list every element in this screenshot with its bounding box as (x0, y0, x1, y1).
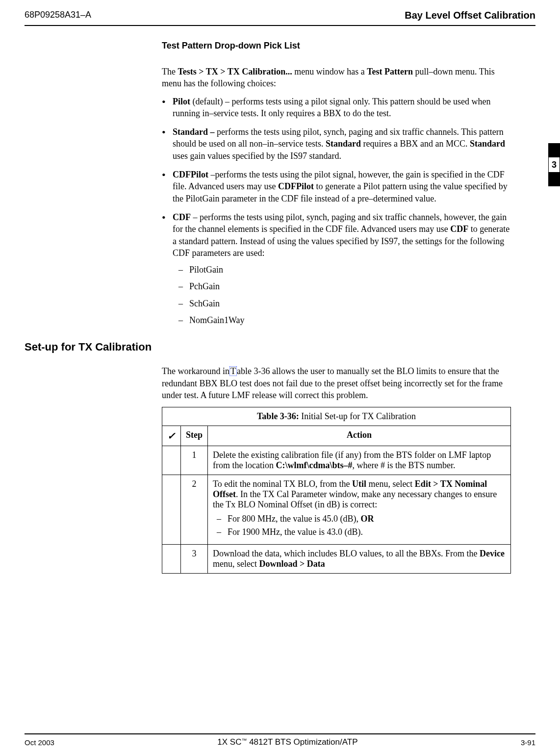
emphasis: CDF (450, 224, 468, 234)
table-number: Table 3-36: (257, 411, 299, 421)
text: menu window has a (292, 67, 367, 76)
footer-row: Oct 2003 1X SC™ 4812T BTS Optimization/A… (25, 737, 535, 747)
table-container: Table 3-36: Initial Set-up for TX Calibr… (162, 407, 511, 574)
list-item: For 1900 MHz, the value is 43.0 (dB). (213, 527, 506, 537)
page-title: Bay Level Offset Calibration (405, 10, 535, 21)
check-cell (162, 446, 181, 475)
emphasis: CDFPilot (278, 181, 314, 191)
emphasis: Standard (326, 139, 361, 149)
list-item: NomGain1Way (175, 314, 511, 326)
tab-top-marker (548, 143, 560, 157)
text: Download the data, which includes BLO va… (213, 549, 480, 558)
table-caption-row: Table 3-36: Initial Set-up for TX Calibr… (162, 407, 511, 426)
intro-paragraph: The Tests > TX > TX Calibration... menu … (162, 66, 511, 90)
page-number: 3-91 (521, 738, 535, 747)
list-item: Standard – performs the tests using pilo… (162, 126, 511, 162)
text: The (162, 67, 178, 76)
action-header: Action (208, 426, 511, 446)
setup-table: Table 3-36: Initial Set-up for TX Calibr… (162, 407, 511, 574)
menu-name: Util (352, 479, 366, 489)
menu-name: Device (480, 549, 505, 558)
menu-path: Download > Data (259, 559, 325, 569)
text: 4812T BTS Optimization/ATP (247, 737, 357, 747)
subsection-title: Test Pattern Drop-down Pick List (162, 41, 511, 51)
emphasis: Standard (470, 139, 505, 149)
section-tab: 3 (548, 143, 560, 186)
choice-label: CDFPilot (173, 170, 208, 179)
trademark-icon: ™ (241, 737, 247, 743)
table-title: Initial Set-up for TX Calibration (299, 411, 416, 421)
text: To edit the nominal TX BLO, from the (213, 479, 352, 489)
table-row: 3 Download the data, which includes BLO … (162, 545, 511, 574)
table-row: 1 Delete the existing calibration file (… (162, 446, 511, 475)
list-item: Pilot (default) – performs tests using a… (162, 96, 511, 120)
text: (default) – performs tests using a pilot… (173, 97, 490, 118)
choice-label: CDF (173, 212, 191, 222)
text: . In the TX Cal Parameter window, make a… (213, 489, 497, 509)
page-header: 68P09258A31–A Bay Level Offset Calibrati… (0, 0, 560, 25)
tab-bottom-marker (548, 173, 560, 186)
list-item: PchGain (175, 280, 511, 292)
text: Step (186, 430, 203, 440)
choice-label: Pilot (173, 97, 190, 106)
list-item: CDFPilot –performs the tests using the p… (162, 169, 511, 204)
text: menu, select (366, 479, 415, 489)
tab-number: 3 (548, 157, 560, 173)
param-name: Test Pattern (367, 67, 413, 76)
text: uses gain values specified by the IS97 s… (173, 151, 341, 161)
list-item: SchGain (175, 298, 511, 309)
list-item: CDF – performs the tests using pilot, sy… (162, 211, 511, 326)
table-header-row: ✓ Step Action (162, 426, 511, 446)
check-icon: ✓ (167, 430, 176, 441)
menu-path: Tests > TX > TX Calibration... (178, 67, 292, 76)
list-item: PilotGain (175, 264, 511, 276)
action-cell: Delete the existing calibration file (if… (208, 446, 511, 475)
text: 1X SC (217, 737, 241, 747)
param-sublist: PilotGain PchGain SchGain NomGain1Way (173, 264, 511, 326)
footer-rule (25, 733, 535, 734)
step-header: Step (181, 426, 208, 446)
doc-id: 68P09258A31–A (25, 10, 91, 21)
value-list: For 800 MHz, the value is 45.0 (dB), OR … (213, 514, 506, 537)
step-cell: 3 (181, 545, 208, 574)
section-title: Set-up for TX Calibration (25, 341, 511, 353)
text: The workaround in (162, 366, 229, 376)
text: , where # is the BTS number. (352, 460, 455, 470)
check-header: ✓ (162, 426, 181, 446)
choice-label: Standard – (173, 127, 215, 137)
check-cell (162, 475, 181, 545)
text: requires a BBX and an MCC. (361, 139, 470, 149)
emphasis: OR (360, 514, 374, 524)
choices-list: Pilot (default) – performs tests using a… (162, 96, 511, 327)
footer-doc-title: 1X SC™ 4812T BTS Optimization/ATP (217, 737, 357, 747)
action-cell: Download the data, which includes BLO va… (208, 545, 511, 574)
footer-date: Oct 2003 (25, 738, 54, 747)
text: menu, select (213, 559, 259, 569)
list-item: For 800 MHz, the value is 45.0 (dB), OR (213, 514, 506, 524)
text: For 800 MHz, the value is 45.0 (dB), (228, 514, 360, 524)
content-area: Test Pattern Drop-down Pick List The Tes… (0, 26, 560, 574)
text: Action (347, 430, 372, 440)
table-row: 2 To edit the nominal TX BLO, from the U… (162, 475, 511, 545)
action-cell: To edit the nominal TX BLO, from the Uti… (208, 475, 511, 545)
workaround-paragraph: The workaround in Table 3-36 allows the … (162, 365, 511, 401)
check-cell (162, 545, 181, 574)
step-cell: 1 (181, 446, 208, 475)
file-path: C:\wlmf\cdma\bts–# (276, 460, 352, 470)
table-caption: Table 3-36: Initial Set-up for TX Calibr… (162, 407, 511, 426)
step-cell: 2 (181, 475, 208, 545)
cross-reference-link[interactable]: T (229, 366, 237, 376)
page-footer: Oct 2003 1X SC™ 4812T BTS Optimization/A… (25, 733, 535, 747)
